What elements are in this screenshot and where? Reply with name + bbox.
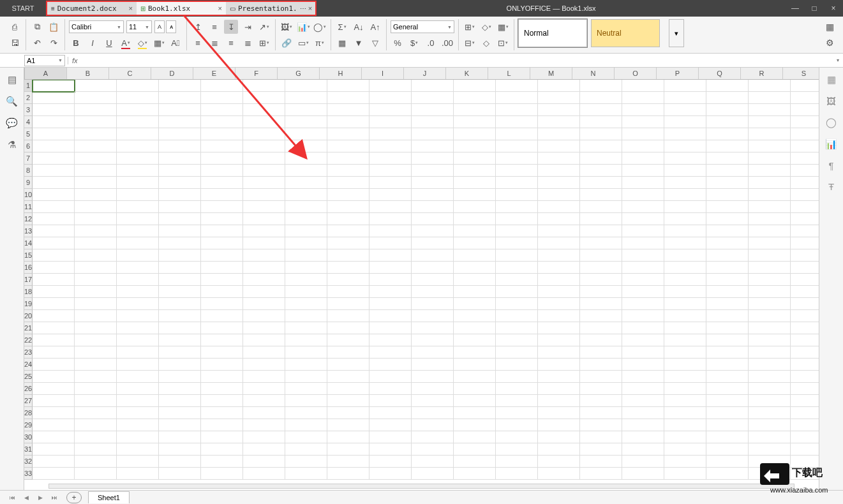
- cell[interactable]: [664, 80, 706, 92]
- cell[interactable]: [159, 407, 201, 419]
- cell[interactable]: [749, 419, 791, 431]
- cell[interactable]: [538, 225, 580, 237]
- cell[interactable]: [117, 334, 159, 346]
- cell[interactable]: [791, 92, 819, 104]
- cell[interactable]: [412, 189, 454, 201]
- cell[interactable]: [664, 431, 706, 443]
- cell[interactable]: [580, 274, 622, 286]
- cell[interactable]: [706, 213, 749, 225]
- cell[interactable]: [75, 334, 117, 346]
- cell[interactable]: [159, 225, 201, 237]
- cell[interactable]: [75, 201, 117, 213]
- cell[interactable]: [496, 189, 538, 201]
- cell[interactable]: [285, 128, 327, 140]
- cell[interactable]: [454, 249, 496, 262]
- cell[interactable]: [580, 201, 622, 213]
- cell[interactable]: [749, 92, 791, 104]
- cell[interactable]: [117, 443, 159, 456]
- cell[interactable]: [454, 262, 496, 274]
- cell[interactable]: [243, 456, 285, 468]
- cell[interactable]: [159, 165, 201, 177]
- underline-button[interactable]: U: [102, 36, 116, 50]
- cell[interactable]: [580, 237, 622, 249]
- cell[interactable]: [117, 213, 159, 225]
- cell[interactable]: [412, 262, 454, 274]
- cell[interactable]: [285, 395, 327, 407]
- cell[interactable]: [201, 456, 243, 468]
- cell[interactable]: [285, 407, 327, 419]
- cell[interactable]: [454, 371, 496, 383]
- cell[interactable]: [201, 225, 243, 237]
- row-header[interactable]: 29: [24, 419, 33, 431]
- align-left-button[interactable]: ≡: [191, 36, 205, 50]
- plugins-icon[interactable]: ⚗: [8, 139, 16, 151]
- cell[interactable]: [580, 128, 622, 140]
- close-icon[interactable]: ×: [218, 4, 222, 12]
- cell[interactable]: [159, 383, 201, 395]
- cell[interactable]: [538, 80, 580, 92]
- cell[interactable]: [538, 213, 580, 225]
- cell[interactable]: [201, 298, 243, 310]
- cell[interactable]: [454, 128, 496, 140]
- cell[interactable]: [538, 274, 580, 286]
- cell[interactable]: [706, 383, 749, 395]
- col-header-B[interactable]: B: [67, 68, 109, 79]
- cell[interactable]: [159, 468, 201, 480]
- cell[interactable]: [706, 443, 749, 456]
- fill-color-button[interactable]: ◇▾: [135, 36, 149, 50]
- cell[interactable]: [75, 165, 117, 177]
- cell[interactable]: [791, 443, 819, 456]
- cell[interactable]: [664, 407, 706, 419]
- cell[interactable]: [412, 177, 454, 189]
- row-header[interactable]: 6: [24, 140, 33, 152]
- close-icon[interactable]: ×: [308, 4, 312, 12]
- cell[interactable]: [201, 431, 243, 443]
- cell[interactable]: [369, 407, 412, 419]
- cell[interactable]: [201, 80, 243, 92]
- cell[interactable]: [622, 395, 664, 407]
- cell[interactable]: [117, 468, 159, 480]
- cell[interactable]: [33, 213, 75, 225]
- cell[interactable]: [454, 468, 496, 480]
- cell[interactable]: [243, 274, 285, 286]
- cell[interactable]: [412, 407, 454, 419]
- cell[interactable]: [33, 177, 75, 189]
- cell[interactable]: [538, 249, 580, 262]
- cell[interactable]: [285, 249, 327, 262]
- cell[interactable]: [243, 225, 285, 237]
- cell[interactable]: [33, 237, 75, 249]
- percent-button[interactable]: %: [391, 36, 405, 50]
- cell[interactable]: [369, 468, 412, 480]
- cell[interactable]: [159, 249, 201, 262]
- cell[interactable]: [369, 152, 412, 165]
- cell[interactable]: [538, 152, 580, 165]
- cell[interactable]: [538, 298, 580, 310]
- cell[interactable]: [327, 249, 369, 262]
- cell[interactable]: [33, 310, 75, 322]
- cell[interactable]: [117, 262, 159, 274]
- col-header-Q[interactable]: Q: [699, 68, 741, 79]
- cell[interactable]: [622, 80, 664, 92]
- cell[interactable]: [243, 213, 285, 225]
- cell[interactable]: [706, 395, 749, 407]
- col-header-C[interactable]: C: [109, 68, 151, 79]
- cell[interactable]: [496, 407, 538, 419]
- cell[interactable]: [538, 359, 580, 371]
- cell[interactable]: [201, 468, 243, 480]
- cell[interactable]: [749, 128, 791, 140]
- cell[interactable]: [33, 395, 75, 407]
- accounting-button[interactable]: $▾: [407, 36, 421, 50]
- cell[interactable]: [791, 128, 819, 140]
- cell[interactable]: [622, 92, 664, 104]
- col-header-J[interactable]: J: [404, 68, 446, 79]
- cell[interactable]: [580, 165, 622, 177]
- cell[interactable]: [159, 286, 201, 298]
- cell[interactable]: [538, 92, 580, 104]
- cell[interactable]: [496, 262, 538, 274]
- cell[interactable]: [580, 431, 622, 443]
- tab-book-xlsx[interactable]: ⊞ Book1.xlsx ×: [137, 2, 226, 15]
- cell[interactable]: [327, 225, 369, 237]
- cell[interactable]: [622, 359, 664, 371]
- col-header-S[interactable]: S: [783, 68, 819, 79]
- cell[interactable]: [243, 298, 285, 310]
